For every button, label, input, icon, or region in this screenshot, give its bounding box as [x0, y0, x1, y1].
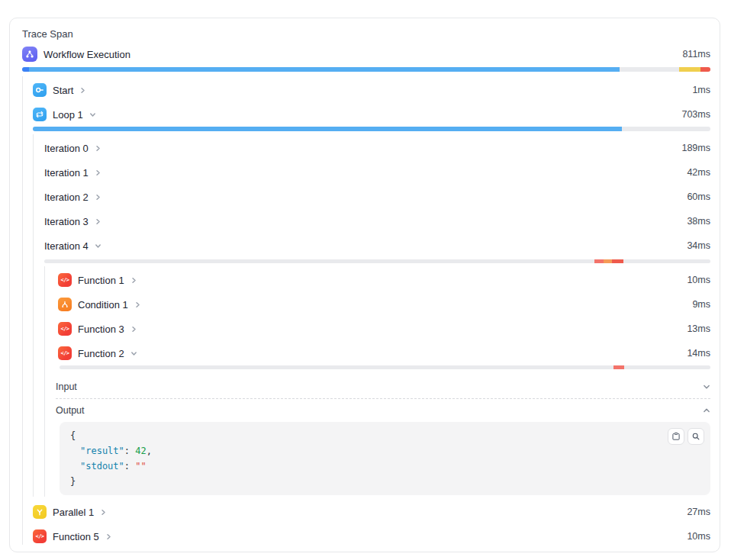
- timeline-segment-start: [22, 67, 29, 72]
- span-duration: 13ms: [687, 323, 710, 334]
- workflow-icon: [22, 47, 37, 62]
- indent-guide-root-children: [22, 76, 23, 545]
- span-duration: 38ms: [687, 216, 710, 227]
- span-row-iteration-4[interactable]: Iteration 4 34ms: [10, 233, 720, 258]
- function-icon: </>: [58, 322, 72, 336]
- timeline-segment: [604, 259, 611, 263]
- chevron-down-icon: [130, 350, 137, 357]
- section-header-output[interactable]: Output: [10, 399, 720, 422]
- search-icon: [691, 432, 700, 441]
- span-duration: 60ms: [687, 191, 710, 202]
- span-row-loop-1[interactable]: Loop 1 703ms: [10, 102, 720, 127]
- span-label: Workflow Execution: [43, 49, 130, 60]
- span-row-function-3[interactable]: </> Function 3 13ms: [10, 317, 720, 341]
- span-row-iteration-2[interactable]: Iteration 2 60ms: [10, 185, 720, 209]
- span-label: Iteration 0: [44, 143, 89, 154]
- timeline-bar-root: [22, 67, 710, 72]
- json-brace: {: [70, 430, 76, 441]
- span-label: Function 2: [78, 348, 124, 359]
- span-duration: 14ms: [687, 348, 710, 359]
- output-code-block: { "result": 42, "stdout": "" }: [60, 422, 710, 495]
- json-colon: :: [124, 461, 135, 471]
- span-row-condition-1[interactable]: Condition 1 9ms: [10, 292, 720, 317]
- span-label: Start: [53, 85, 73, 96]
- span-duration: 703ms: [681, 109, 710, 120]
- span-row-iteration-3[interactable]: Iteration 3 38ms: [10, 209, 720, 233]
- chevron-right-icon: [100, 509, 107, 516]
- span-row-function-5[interactable]: </> Function 5 10ms: [10, 524, 720, 549]
- span-label: Function 1: [78, 275, 124, 286]
- span-row-function-1[interactable]: </> Function 1 10ms: [10, 268, 720, 292]
- code-glyph: </>: [60, 351, 69, 356]
- function-icon: </>: [58, 346, 72, 360]
- json-brace: }: [70, 476, 76, 487]
- start-icon: [33, 83, 47, 97]
- span-row-iteration-1[interactable]: Iteration 1 42ms: [10, 160, 720, 185]
- span-row-iteration-0[interactable]: Iteration 0 189ms: [10, 136, 720, 160]
- timeline-segment-loop: [29, 67, 620, 72]
- timeline-segment-parallel: [679, 67, 701, 72]
- code-glyph: </>: [60, 278, 69, 283]
- chevron-right-icon: [95, 169, 101, 176]
- span-label: Iteration 4: [44, 240, 89, 252]
- section-label: Output: [56, 405, 85, 416]
- span-row-function-2[interactable]: </> Function 2 14ms: [10, 341, 720, 365]
- span-duration: 189ms: [681, 143, 710, 153]
- chevron-right-icon: [95, 218, 101, 225]
- chevron-right-icon: [95, 145, 101, 152]
- code-actions: [668, 428, 704, 445]
- json-comma: ,: [147, 446, 152, 456]
- timeline-segment-function5: [700, 67, 710, 72]
- span-row-start[interactable]: Start 1ms: [10, 78, 720, 102]
- span-label: Function 5: [53, 531, 99, 542]
- search-button[interactable]: [688, 428, 704, 445]
- span-row-workflow-execution[interactable]: Workflow Execution 811ms: [10, 41, 720, 67]
- chevron-down-icon: [95, 243, 101, 249]
- span-duration: 1ms: [692, 85, 710, 95]
- chevron-right-icon: [79, 87, 86, 94]
- chevron-down-icon: [703, 383, 710, 391]
- copy-button[interactable]: [668, 428, 684, 445]
- timeline-segment: [613, 365, 625, 369]
- span-duration: 10ms: [687, 275, 710, 285]
- span-duration: 27ms: [687, 507, 710, 517]
- code-line: "result": 42,: [70, 443, 700, 459]
- loop-icon: [33, 108, 47, 121]
- span-label: Iteration 3: [44, 216, 89, 227]
- code-glyph: </>: [60, 327, 69, 332]
- copy-icon: [671, 432, 681, 441]
- timeline-bar-function-2: [60, 365, 710, 369]
- span-duration: 34ms: [687, 240, 710, 251]
- code-line: }: [70, 474, 700, 489]
- json-colon: :: [124, 446, 135, 456]
- span-duration: 9ms: [692, 299, 710, 310]
- trace-span-panel: Trace Span Workflow Execution 811ms: [9, 18, 720, 552]
- span-label: Iteration 2: [44, 191, 89, 203]
- span-label: Iteration 1: [44, 167, 89, 179]
- function-icon: </>: [33, 529, 47, 543]
- span-label: Parallel 1: [53, 507, 94, 518]
- span-label: Function 3: [78, 323, 124, 335]
- span-label: Loop 1: [53, 109, 83, 121]
- code-line: "stdout": "": [70, 459, 700, 474]
- chevron-right-icon: [95, 194, 101, 201]
- span-row-parallel-1[interactable]: Parallel 1 27ms: [10, 500, 720, 524]
- json-key: "stdout": [80, 461, 124, 471]
- json-number: 42: [135, 446, 146, 456]
- section-label: Input: [56, 381, 77, 392]
- json-string: "": [135, 461, 146, 471]
- indent-guide-iteration4-children: [44, 266, 45, 497]
- chevron-right-icon: [105, 533, 112, 540]
- timeline-segment: [33, 127, 622, 131]
- span-duration: 42ms: [687, 167, 710, 178]
- chevron-right-icon: [134, 301, 141, 308]
- panel-title: Trace Span: [10, 27, 720, 41]
- timeline-bar-loop: [33, 127, 710, 131]
- code-glyph: </>: [35, 534, 43, 539]
- timeline-bar-iteration-4: [44, 259, 710, 263]
- section-header-input[interactable]: Input: [10, 375, 720, 398]
- span-duration: 10ms: [687, 531, 710, 542]
- chevron-right-icon: [130, 277, 137, 284]
- parallel-icon: [33, 505, 47, 519]
- timeline-segment: [594, 259, 604, 263]
